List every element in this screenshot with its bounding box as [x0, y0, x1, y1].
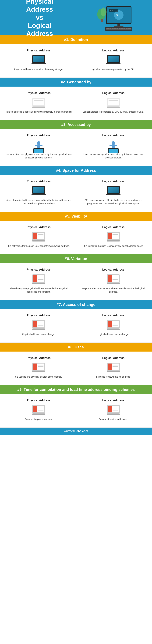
svg-rect-34	[106, 63, 121, 64]
physical-col-s7: Physical Address Physical address cannot…	[1, 312, 76, 338]
section-s5: #5. Visibility Physical Address It is no…	[0, 212, 152, 254]
logical-title-s3: Logical Address	[102, 134, 124, 137]
svg-rect-48	[37, 144, 40, 148]
physical-title-s9: Physical Address	[27, 399, 50, 402]
svg-rect-25	[126, 28, 127, 29]
logical-col-s7: Logical Address Logical address can be c…	[76, 312, 151, 338]
logical-icon-s8	[106, 362, 121, 373]
logical-icon-s5	[106, 232, 121, 242]
physical-text-s3: User cannot access physical address dire…	[5, 153, 73, 160]
svg-rect-93	[32, 283, 45, 284]
section-s1: #1. Definition Physical Address Physical…	[0, 35, 152, 78]
physical-title-s8: Physical Address	[27, 356, 50, 360]
svg-rect-42	[108, 99, 119, 106]
section-header-s9: #9. Time for compilation and load time a…	[0, 385, 152, 394]
physical-title-s7: Physical Address	[27, 314, 50, 317]
section-s8: #8. Uses Physical Address It is used to …	[0, 342, 152, 385]
section-s3: #3. Accessed by Physical Address User ca…	[0, 120, 152, 166]
svg-rect-96	[108, 275, 112, 282]
logical-icon-s6	[106, 274, 121, 284]
logical-icon-s4	[106, 186, 121, 196]
logical-icon-s7	[106, 320, 121, 330]
section-number: #1.	[64, 38, 70, 42]
svg-rect-33	[108, 56, 119, 62]
section-header-s6: #6. Variation	[0, 254, 152, 263]
header-illustration: C 16:45	[93, 2, 138, 34]
svg-rect-36	[33, 99, 44, 106]
physical-text-s5: It is not visible for the user. User can…	[8, 244, 70, 248]
section-header-s4: #4. Space for Address	[0, 166, 152, 175]
logical-title-s7: Logical Address	[102, 314, 124, 317]
svg-rect-89	[33, 275, 37, 282]
physical-title-s2: Physical Address	[27, 91, 50, 95]
logical-text-s1: Logical addresses are generated by the C…	[91, 68, 136, 71]
svg-point-56	[112, 141, 115, 144]
physical-col-s5: Physical Address It is not visible for t…	[1, 224, 76, 249]
svg-rect-40	[32, 106, 45, 108]
section-title: Generated by	[67, 80, 91, 84]
logical-icon-s2	[106, 98, 121, 108]
section-title: Time for compilation and load time addre…	[24, 387, 135, 392]
physical-title-s3: Physical Address	[27, 134, 50, 137]
physical-text-s1: Physical address is a location of memory…	[14, 68, 63, 71]
page-header: PhysicalAddressvsLogicalAddress C 16:45	[0, 0, 152, 35]
physical-col-s6: Physical Address There is only one physi…	[1, 266, 76, 295]
physical-icon-s1	[31, 55, 46, 65]
physical-text-s6: There is only one physical address to on…	[5, 287, 73, 294]
section-title: Access of change	[63, 302, 95, 307]
svg-rect-86	[107, 240, 120, 242]
svg-rect-72	[106, 194, 121, 195]
physical-icon-s2	[31, 98, 46, 108]
svg-text:C: C	[116, 14, 118, 16]
section-title: Definition	[70, 38, 88, 42]
logical-text-s7: Logical address can be change.	[98, 333, 129, 336]
footer-url: www.educba.com	[64, 430, 88, 433]
logical-title-s4: Logical Address	[102, 180, 124, 183]
footer: www.educba.com	[0, 428, 152, 435]
logical-col-s2: Logical Address Logical address is gener…	[76, 90, 151, 115]
svg-rect-11	[101, 19, 103, 22]
svg-rect-68	[31, 194, 46, 195]
section-header-s5: #5. Visibility	[0, 212, 152, 221]
svg-rect-142	[107, 414, 120, 415]
physical-col-s4: Physical Address A set of physical addre…	[1, 178, 76, 207]
svg-rect-135	[32, 414, 45, 415]
section-number: #5.	[65, 214, 71, 218]
svg-rect-29	[33, 56, 44, 62]
svg-rect-30	[31, 63, 46, 64]
section-body-s3: Physical Address User cannot access phys…	[0, 129, 152, 166]
section-title: Space for Address	[62, 168, 96, 172]
section-s9: #9. Time for compilation and load time a…	[0, 385, 152, 428]
svg-rect-117	[33, 364, 37, 370]
section-header-s8: #8. Uses	[0, 342, 152, 352]
physical-col-s1: Physical Address Physical address is a l…	[1, 47, 76, 73]
svg-rect-100	[107, 283, 120, 284]
physical-title-s5: Physical Address	[27, 226, 50, 229]
svg-rect-82	[108, 233, 112, 239]
logical-col-s9: Logical Address Same as Physical address…	[76, 397, 151, 422]
section-body-s6: Physical Address There is only one physi…	[0, 263, 152, 300]
section-number: #2.	[61, 80, 67, 84]
svg-rect-124	[108, 364, 112, 370]
svg-rect-19	[115, 28, 117, 29]
section-body-s1: Physical Address Physical address is a l…	[0, 44, 152, 78]
logical-title-s8: Logical Address	[102, 356, 124, 360]
physical-col-s8: Physical Address It is used to find phys…	[1, 355, 76, 380]
physical-text-s9: Same as Logical addresses.	[25, 418, 53, 421]
section-s7: #7. Access of change Physical Address Ph…	[0, 300, 152, 342]
svg-rect-110	[108, 321, 112, 328]
svg-rect-16	[110, 28, 111, 29]
svg-rect-18	[113, 28, 115, 29]
svg-rect-46	[107, 106, 120, 108]
section-number: #8.	[68, 345, 75, 349]
logical-icon-s3	[106, 140, 121, 150]
physical-text-s2: Physical address is generated by MUM (Me…	[5, 110, 72, 114]
section-number: #6.	[65, 256, 71, 261]
svg-rect-23	[122, 28, 124, 29]
section-title: Accessed by	[68, 122, 91, 127]
svg-rect-26	[128, 28, 131, 29]
svg-rect-21	[119, 28, 120, 29]
physical-text-s7: Physical address cannot change.	[22, 333, 55, 336]
svg-rect-22	[121, 28, 122, 29]
physical-icon-s3	[31, 140, 46, 150]
